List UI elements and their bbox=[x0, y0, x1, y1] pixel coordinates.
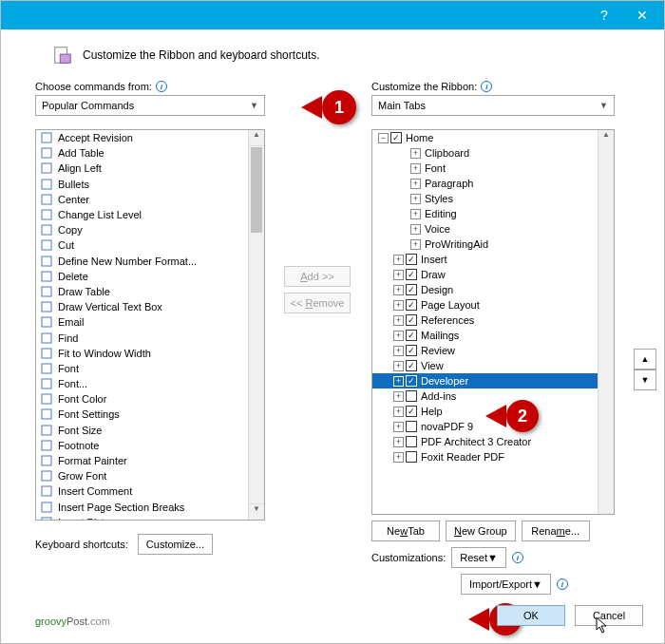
tree-node[interactable]: +✓Review bbox=[372, 343, 614, 358]
tree-twister[interactable]: + bbox=[393, 270, 404, 280]
tree-twister[interactable]: + bbox=[410, 194, 421, 204]
command-item[interactable]: Cut bbox=[36, 237, 264, 253]
command-item[interactable]: Insert Picture bbox=[36, 515, 264, 521]
tree-twister[interactable]: + bbox=[393, 331, 404, 341]
info-icon[interactable]: i bbox=[481, 81, 492, 92]
tree-twister[interactable]: + bbox=[393, 300, 404, 311]
checkbox[interactable]: ✓ bbox=[406, 330, 417, 341]
tree-child[interactable]: +Editing bbox=[372, 206, 614, 221]
tree-node[interactable]: +✓View bbox=[372, 358, 614, 373]
new-group-button[interactable]: New Group bbox=[446, 521, 516, 541]
tree-twister[interactable]: + bbox=[393, 376, 404, 387]
info-icon[interactable]: i bbox=[156, 81, 167, 92]
checkbox[interactable] bbox=[406, 421, 417, 432]
tree-twister[interactable]: + bbox=[393, 285, 404, 295]
commands-listbox[interactable]: Accept RevisionAdd Table▸Align LeftBulle… bbox=[35, 129, 265, 521]
customize-shortcuts-button[interactable]: Customize... bbox=[138, 534, 213, 555]
tree-twister[interactable]: + bbox=[410, 179, 421, 189]
tree-node[interactable]: +✓References bbox=[372, 313, 614, 328]
checkbox[interactable]: ✓ bbox=[406, 406, 417, 417]
command-item[interactable]: Font... bbox=[36, 376, 264, 391]
rename-button[interactable]: Rename... bbox=[522, 521, 590, 541]
tree-child[interactable]: +Clipboard bbox=[372, 145, 614, 161]
tree-node[interactable]: +✓Developer bbox=[372, 373, 614, 388]
checkbox[interactable]: ✓ bbox=[406, 269, 417, 280]
tree-child[interactable]: +Voice bbox=[372, 221, 614, 237]
tree-node[interactable]: +✓Mailings bbox=[372, 328, 614, 343]
import-export-button[interactable]: Import/Export ▼ bbox=[461, 574, 551, 595]
tree-child[interactable]: +Paragraph bbox=[372, 176, 614, 191]
tree-twister[interactable]: + bbox=[410, 239, 421, 250]
tree-node[interactable]: +PDF Architect 3 Creator bbox=[372, 434, 614, 449]
move-down-icon[interactable]: ▼ bbox=[634, 369, 656, 390]
tree-child[interactable]: +Font bbox=[372, 161, 614, 176]
info-icon[interactable]: i bbox=[512, 552, 523, 563]
tree-node[interactable]: +Foxit Reader PDF bbox=[372, 449, 614, 464]
tree-twister[interactable]: − bbox=[378, 133, 389, 143]
scroll-thumb[interactable] bbox=[251, 147, 262, 233]
customize-ribbon-dropdown[interactable]: Main Tabs ▼ bbox=[371, 95, 615, 116]
tree-twister[interactable]: + bbox=[393, 452, 404, 463]
command-item[interactable]: Bullets|▸ bbox=[36, 177, 264, 192]
cancel-button[interactable]: Cancel bbox=[575, 605, 643, 626]
tree-twister[interactable]: + bbox=[410, 163, 421, 174]
checkbox[interactable]: ✓ bbox=[406, 375, 417, 387]
command-item[interactable]: Accept Revision bbox=[36, 130, 264, 145]
checkbox[interactable]: ✓ bbox=[406, 345, 417, 356]
command-item[interactable]: Draw Vertical Text Box bbox=[36, 299, 264, 314]
checkbox[interactable] bbox=[406, 451, 417, 463]
checkbox[interactable] bbox=[406, 436, 417, 447]
tree-node[interactable]: +✓Draw bbox=[372, 267, 614, 282]
tree-node[interactable]: +✓Page Layout bbox=[372, 297, 614, 313]
scroll-up-icon[interactable]: ▲ bbox=[598, 130, 614, 146]
checkbox[interactable]: ✓ bbox=[406, 360, 417, 371]
checkbox[interactable]: ✓ bbox=[390, 132, 402, 143]
tree-twister[interactable]: + bbox=[393, 437, 404, 447]
scroll-up-icon[interactable]: ▲ bbox=[249, 130, 264, 146]
scrollbar[interactable]: ▲ ▼ bbox=[248, 130, 264, 520]
command-item[interactable]: Align Left bbox=[36, 161, 264, 176]
command-item[interactable]: Format Painter bbox=[36, 453, 264, 468]
command-item[interactable]: Insert Comment bbox=[36, 483, 264, 499]
tree-node-home[interactable]: −✓Home bbox=[372, 130, 614, 145]
tree-twister[interactable]: + bbox=[393, 407, 404, 417]
reset-button[interactable]: Reset ▼ bbox=[451, 547, 506, 568]
tree-node[interactable]: +✓Insert bbox=[372, 252, 614, 267]
tree-twister[interactable]: + bbox=[410, 148, 421, 159]
command-item[interactable]: Define New Number Format... bbox=[36, 254, 264, 269]
command-item[interactable]: Font|▸ bbox=[36, 361, 264, 376]
scroll-down-icon[interactable]: ▼ bbox=[249, 503, 264, 520]
checkbox[interactable]: ✓ bbox=[406, 284, 417, 295]
command-item[interactable]: Grow Font bbox=[36, 468, 264, 483]
command-item[interactable]: Draw Table bbox=[36, 284, 264, 299]
command-item[interactable]: Font Color▸ bbox=[36, 391, 264, 407]
choose-commands-dropdown[interactable]: Popular Commands ▼ bbox=[35, 95, 265, 116]
command-item[interactable]: Font Settings bbox=[36, 407, 264, 422]
command-item[interactable]: Fit to Window Width bbox=[36, 346, 264, 361]
move-up-icon[interactable]: ▲ bbox=[634, 349, 656, 369]
checkbox[interactable]: ✓ bbox=[406, 314, 417, 326]
command-item[interactable]: Center bbox=[36, 192, 264, 207]
command-item[interactable]: Change List Level▸ bbox=[36, 207, 264, 222]
tree-twister[interactable]: + bbox=[393, 255, 404, 265]
command-item[interactable]: Delete bbox=[36, 269, 264, 284]
command-item[interactable]: Find bbox=[36, 330, 264, 345]
command-item[interactable]: Footnote bbox=[36, 438, 264, 453]
ok-button[interactable]: OK bbox=[497, 605, 565, 626]
tree-twister[interactable]: + bbox=[393, 315, 404, 326]
tree-twister[interactable]: + bbox=[393, 391, 404, 402]
command-item[interactable]: Copy bbox=[36, 222, 264, 237]
tree-twister[interactable]: + bbox=[410, 209, 421, 219]
checkbox[interactable]: ✓ bbox=[406, 299, 417, 311]
tree-twister[interactable]: + bbox=[410, 224, 421, 235]
checkbox[interactable] bbox=[406, 390, 417, 402]
info-icon[interactable]: i bbox=[557, 578, 568, 590]
tree-child[interactable]: +Styles bbox=[372, 191, 614, 206]
command-item[interactable]: Insert Page Section Breaks▸ bbox=[36, 500, 264, 515]
tree-twister[interactable]: + bbox=[393, 346, 404, 356]
command-item[interactable]: Email bbox=[36, 314, 264, 330]
command-item[interactable]: Add Table▸ bbox=[36, 145, 264, 161]
help-icon[interactable]: ? bbox=[588, 8, 620, 23]
close-icon[interactable]: ✕ bbox=[626, 8, 658, 23]
reorder-spinner[interactable]: ▲ ▼ bbox=[634, 349, 656, 390]
